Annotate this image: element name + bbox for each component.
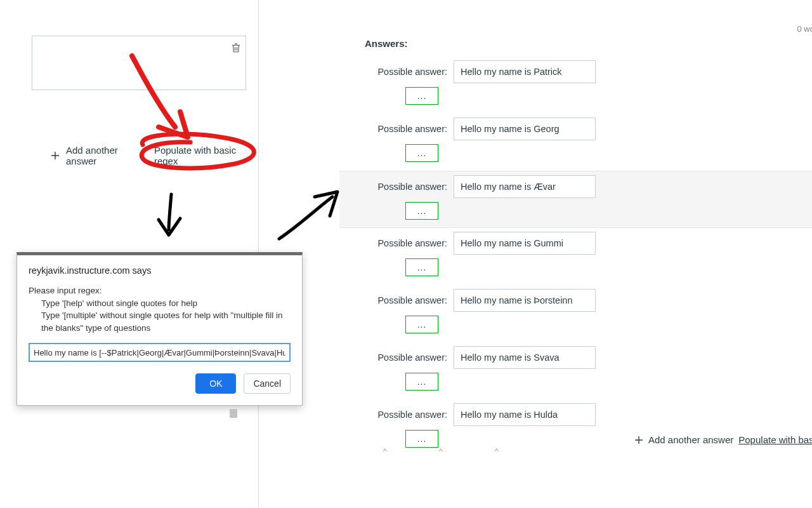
- answer-options-button[interactable]: ...: [405, 87, 438, 105]
- plus-icon: [634, 436, 643, 444]
- dialog-body: Please input regex: Type '[help' without…: [29, 284, 291, 334]
- dialog-line: Type '[help' without single quotes for h…: [29, 297, 291, 310]
- add-another-answer-link[interactable]: Add another answer: [66, 145, 148, 166]
- answer-options-button[interactable]: ...: [405, 144, 438, 162]
- js-prompt-dialog: reykjavik.instructure.com says Please in…: [16, 252, 303, 406]
- ok-button[interactable]: OK: [195, 373, 236, 394]
- caret-icon: ^: [495, 447, 499, 456]
- possible-answer-label: Possible answer:: [365, 182, 449, 192]
- possible-answer-input[interactable]: [454, 403, 596, 426]
- possible-answer-label: Possible answer:: [365, 67, 449, 77]
- answers-heading: Answers:: [365, 38, 812, 49]
- answers-panel: Answers: Possible answer: ... Possible a…: [365, 38, 812, 457]
- answer-options-button[interactable]: ...: [405, 258, 438, 276]
- dialog-line: Type '[multiple' without single quotes f…: [29, 309, 291, 334]
- answer-row: Possible answer: ...: [365, 114, 812, 170]
- answer-options-button[interactable]: ...: [405, 430, 438, 448]
- right-answer-actions: Add another answer Populate with basic r…: [634, 434, 812, 445]
- plus-icon: [51, 151, 60, 160]
- word-count-fragment: 0 wo: [797, 24, 812, 34]
- caret-icon: ^: [383, 447, 387, 456]
- possible-answer-label: Possible answer:: [365, 352, 449, 363]
- possible-answer-label: Possible answer:: [365, 295, 449, 305]
- answer-options-button[interactable]: ...: [405, 373, 438, 391]
- caret-icon: ^: [439, 447, 443, 456]
- dialog-line: Please input regex:: [29, 284, 291, 297]
- possible-answer-input[interactable]: [454, 232, 596, 255]
- add-another-answer-link[interactable]: Add another answer: [648, 434, 733, 445]
- answer-row: Possible answer: ...: [365, 399, 812, 455]
- answer-row: Possible answer: ...: [365, 342, 812, 398]
- possible-answer-input[interactable]: [454, 346, 596, 369]
- answer-row-active: Possible answer: ...: [339, 171, 812, 228]
- populate-regex-link[interactable]: Populate with basic regex: [738, 434, 812, 445]
- answer-row: Possible answer: ...: [365, 228, 812, 284]
- populate-regex-link[interactable]: Populate with basic regex: [154, 145, 258, 166]
- possible-answer-input[interactable]: [454, 60, 596, 83]
- answer-options-button[interactable]: ...: [405, 316, 438, 333]
- answer-editor-card: [32, 36, 246, 90]
- cancel-button[interactable]: Cancel: [244, 373, 291, 394]
- possible-answer-label: Possible answer:: [365, 410, 449, 420]
- possible-answer-input[interactable]: [454, 117, 596, 140]
- possible-answer-input[interactable]: [454, 175, 596, 198]
- answer-row: Possible answer: ...: [365, 285, 812, 341]
- answer-row: Possible answer: ...: [365, 57, 812, 112]
- possible-answer-label: Possible answer:: [365, 238, 449, 248]
- dialog-buttons: OK Cancel: [29, 373, 291, 394]
- left-answer-actions: Add another answer Populate with basic r…: [51, 145, 258, 166]
- answer-options-button[interactable]: ...: [405, 202, 438, 220]
- dialog-title: reykjavik.instructure.com says: [29, 265, 291, 276]
- possible-answer-label: Possible answer:: [365, 124, 449, 134]
- possible-answer-input[interactable]: [454, 289, 596, 312]
- trash-icon[interactable]: [230, 41, 242, 54]
- scrollbar-thumb[interactable]: [230, 409, 237, 418]
- regex-prompt-input[interactable]: [29, 343, 291, 362]
